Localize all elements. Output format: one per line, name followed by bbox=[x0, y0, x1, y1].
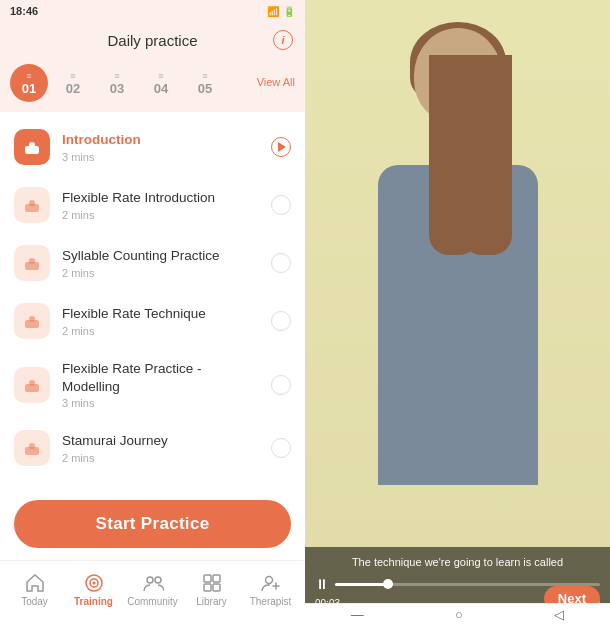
day-tab-1[interactable]: ≡ 01 bbox=[10, 64, 48, 102]
item-check-stamurai[interactable] bbox=[271, 438, 291, 458]
day-tab-5[interactable]: ≡ 05 bbox=[186, 64, 224, 102]
nav-training-label: Training bbox=[74, 596, 113, 607]
item-duration-flexible-rate-intro: 2 mins bbox=[62, 209, 259, 221]
nav-community-label: Community bbox=[127, 596, 178, 607]
item-content-flexible-technique: Flexible Rate Technique 2 mins bbox=[62, 305, 259, 337]
item-icon-introduction bbox=[14, 129, 50, 165]
left-panel: 18:46 📶 🔋 Daily practice i ≡ 01 ≡ 02 ≡ 0… bbox=[0, 0, 305, 625]
item-title-flexible-rate-intro: Flexible Rate Introduction bbox=[62, 189, 259, 207]
day-tab-4-num: 04 bbox=[154, 82, 168, 95]
item-duration-flexible-modelling: 3 mins bbox=[62, 397, 259, 409]
recent-gesture-icon[interactable]: ◁ bbox=[554, 607, 564, 622]
nav-library-label: Library bbox=[196, 596, 227, 607]
day-tab-1-bars: ≡ bbox=[26, 71, 31, 81]
play-pause-button[interactable]: ⏸ bbox=[315, 576, 329, 592]
day-tab-2-num: 02 bbox=[66, 82, 80, 95]
svg-rect-7 bbox=[29, 316, 35, 322]
day-tab-3[interactable]: ≡ 03 bbox=[98, 64, 136, 102]
battery-icon: 🔋 bbox=[283, 6, 295, 17]
item-check-flexible-modelling[interactable] bbox=[271, 375, 291, 395]
item-check-syllable[interactable] bbox=[271, 253, 291, 273]
item-content-flexible-rate-intro: Flexible Rate Introduction 2 mins bbox=[62, 189, 259, 221]
item-content-syllable: Syllable Counting Practice 2 mins bbox=[62, 247, 259, 279]
svg-rect-11 bbox=[29, 443, 35, 449]
svg-point-14 bbox=[92, 581, 95, 584]
progress-row: ⏸ Next bbox=[315, 576, 600, 592]
day-tab-3-num: 03 bbox=[110, 82, 124, 95]
item-icon-flexible-technique bbox=[14, 303, 50, 339]
practice-item-stamurai[interactable]: Stamurai Journey 2 mins bbox=[0, 419, 305, 477]
day-tab-2-bars: ≡ bbox=[70, 71, 75, 81]
svg-rect-5 bbox=[29, 258, 35, 264]
item-title-stamurai: Stamurai Journey bbox=[62, 432, 259, 450]
day-tab-4[interactable]: ≡ 04 bbox=[142, 64, 180, 102]
svg-rect-20 bbox=[213, 584, 220, 591]
practice-item-flexible-rate-intro[interactable]: Flexible Rate Introduction 2 mins bbox=[0, 176, 305, 234]
view-all-button[interactable]: View All bbox=[257, 76, 295, 89]
svg-point-15 bbox=[147, 577, 153, 583]
item-duration-introduction: 3 mins bbox=[62, 151, 259, 163]
svg-rect-19 bbox=[204, 584, 211, 591]
nav-therapist[interactable]: Therapist bbox=[241, 572, 300, 607]
practice-item-flexible-technique[interactable]: Flexible Rate Technique 2 mins bbox=[0, 292, 305, 350]
practice-item-syllable[interactable]: Syllable Counting Practice 2 mins bbox=[0, 234, 305, 292]
day-tabs: ≡ 01 ≡ 02 ≡ 03 ≡ 04 ≡ 05 View All bbox=[0, 60, 305, 112]
item-content-stamurai: Stamurai Journey 2 mins bbox=[62, 432, 259, 464]
item-check-flexible-rate-intro[interactable] bbox=[271, 195, 291, 215]
item-icon-flexible-rate-intro bbox=[14, 187, 50, 223]
play-triangle-introduction bbox=[278, 142, 286, 152]
item-title-flexible-technique: Flexible Rate Technique bbox=[62, 305, 259, 323]
info-icon[interactable]: i bbox=[273, 30, 293, 50]
nav-therapist-label: Therapist bbox=[250, 596, 292, 607]
wifi-icon: 📶 bbox=[267, 6, 279, 17]
nav-community[interactable]: Community bbox=[123, 572, 182, 607]
item-content-flexible-modelling: Flexible Rate Practice - Modelling 3 min… bbox=[62, 360, 259, 409]
home-icon bbox=[24, 572, 46, 594]
gesture-bar: — ○ ◁ bbox=[305, 603, 610, 625]
right-panel: The technique we're going to learn is ca… bbox=[305, 0, 610, 625]
day-tab-5-num: 05 bbox=[198, 82, 212, 95]
item-check-flexible-technique[interactable] bbox=[271, 311, 291, 331]
nav-today-label: Today bbox=[21, 596, 48, 607]
item-content-introduction: Introduction 3 mins bbox=[62, 131, 259, 163]
status-bar: 18:46 📶 🔋 bbox=[0, 0, 305, 22]
day-tab-2[interactable]: ≡ 02 bbox=[54, 64, 92, 102]
subtitle-text: The technique we're going to learn is ca… bbox=[315, 555, 600, 570]
nav-training[interactable]: Training bbox=[64, 572, 123, 607]
training-icon bbox=[83, 572, 105, 594]
progress-bar-fill bbox=[335, 583, 388, 586]
start-practice-button[interactable]: Start Practice bbox=[14, 500, 291, 548]
practice-item-introduction[interactable]: Introduction 3 mins bbox=[0, 118, 305, 176]
person-hair-long-right bbox=[462, 55, 512, 255]
video-area[interactable]: The technique we're going to learn is ca… bbox=[305, 0, 610, 625]
header: Daily practice i bbox=[0, 22, 305, 60]
progress-handle[interactable] bbox=[383, 579, 393, 589]
status-time: 18:46 bbox=[10, 5, 38, 17]
svg-rect-9 bbox=[29, 380, 35, 386]
svg-point-16 bbox=[155, 577, 161, 583]
day-tab-4-bars: ≡ bbox=[158, 71, 163, 81]
practice-list: Introduction 3 mins Flexible Rate Introd… bbox=[0, 112, 305, 490]
item-title-introduction: Introduction bbox=[62, 131, 259, 149]
nav-library[interactable]: Library bbox=[182, 572, 241, 607]
nav-today[interactable]: Today bbox=[5, 572, 64, 607]
item-duration-syllable: 2 mins bbox=[62, 267, 259, 279]
day-tab-5-bars: ≡ bbox=[202, 71, 207, 81]
svg-rect-1 bbox=[29, 142, 35, 148]
item-check-introduction[interactable] bbox=[271, 137, 291, 157]
item-icon-flexible-modelling bbox=[14, 367, 50, 403]
item-duration-flexible-technique: 2 mins bbox=[62, 325, 259, 337]
back-gesture-icon[interactable]: — bbox=[351, 607, 364, 622]
status-icons: 📶 🔋 bbox=[267, 6, 295, 17]
day-tab-1-num: 01 bbox=[22, 82, 36, 95]
community-icon bbox=[142, 572, 164, 594]
day-tab-3-bars: ≡ bbox=[114, 71, 119, 81]
start-btn-wrapper: Start Practice bbox=[0, 490, 305, 560]
item-icon-syllable bbox=[14, 245, 50, 281]
home-gesture-icon[interactable]: ○ bbox=[455, 607, 463, 622]
bottom-nav: Today Training Community bbox=[0, 560, 305, 625]
practice-item-flexible-modelling[interactable]: Flexible Rate Practice - Modelling 3 min… bbox=[0, 350, 305, 419]
library-icon bbox=[201, 572, 223, 594]
svg-rect-17 bbox=[204, 575, 211, 582]
therapist-icon bbox=[260, 572, 282, 594]
